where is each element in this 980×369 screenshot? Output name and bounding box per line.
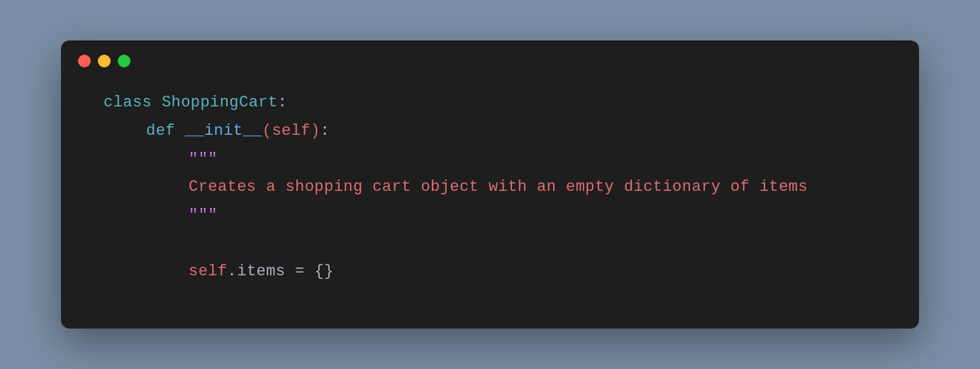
code-line-5: """ (104, 202, 876, 230)
code-editor: class ShoppingCart : def __init__ (self)… (61, 82, 919, 299)
keyword-class: class (104, 89, 152, 117)
docstring-close: """ (189, 202, 218, 230)
class-name: ShoppingCart (162, 89, 278, 117)
close-dot[interactable] (78, 55, 91, 67)
maximize-dot[interactable] (118, 55, 130, 67)
code-line-2: def __init__ (self) : (104, 117, 876, 145)
code-window: class ShoppingCart : def __init__ (self)… (61, 40, 919, 328)
self-keyword: self (189, 258, 228, 286)
attr-items: items (237, 258, 285, 286)
func-name: __init__ (185, 117, 262, 145)
docstring-open: """ (189, 145, 218, 174)
minimize-dot[interactable] (98, 55, 111, 67)
func-params: (self) (262, 117, 321, 145)
code-line-4: Creates a shopping cart object with an e… (104, 173, 876, 202)
code-line-3: """ (104, 145, 876, 174)
code-line-blank (104, 229, 876, 258)
assign-operator: = (285, 258, 304, 286)
docstring-text: Creates a shopping cart object with an e… (189, 173, 808, 202)
titlebar (61, 40, 919, 82)
colon: : (278, 89, 288, 117)
dot-separator: . (228, 258, 238, 286)
code-line-1: class ShoppingCart : (104, 89, 876, 117)
empty-dict: {} (305, 258, 334, 286)
colon-2: : (321, 117, 330, 145)
keyword-def: def (146, 117, 175, 145)
code-line-6: self . items = {} (104, 258, 876, 286)
